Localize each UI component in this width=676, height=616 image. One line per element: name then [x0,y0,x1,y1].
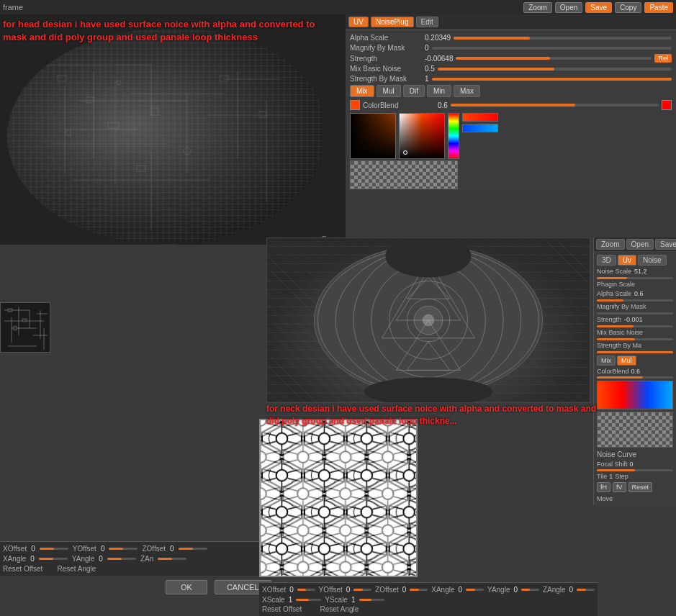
focal-shift-slider[interactable] [597,469,673,471]
tab-open-right[interactable]: Open [626,239,654,250]
offset-row: XOffset 0 YOffset 0 ZOffset 0 [3,545,263,553]
step-label: Step [615,473,628,480]
tab-save-right[interactable]: Save [655,239,676,250]
yangle-label-r: YAngle [487,586,510,594]
color-preview-1 [462,113,498,122]
max-btn[interactable]: Max [454,85,480,97]
noise-scale-slider[interactable] [597,277,673,279]
colorblend-value: 0.6 [438,101,448,109]
save-button[interactable]: Save [585,2,612,13]
strength-label: Strength [350,55,422,63]
noise-scale-value: 51.2 [634,268,647,275]
strength-by-mask-row-right: Strength By Ma [597,342,673,349]
zangle-label: ZAn [140,555,153,563]
magnify-slider[interactable] [432,47,672,50]
tile-row: Tile 1 Step [597,473,673,480]
alpha-scale-slider[interactable] [454,37,672,40]
tab-3d[interactable]: 3D [597,255,616,266]
yoffset-value: 0 [101,545,105,553]
angle-row: XAngle 0 YAngle 0 ZAn [3,555,263,563]
fh-button[interactable]: fH [597,482,610,492]
color-hue-strip[interactable] [448,113,459,159]
mix-btn[interactable]: Mix [350,85,374,97]
alpha-scale-label-right: Alpha Scale [597,290,631,297]
mix-basic-row-right: Mix Basic Noise [597,329,673,336]
svg-rect-86 [261,420,416,576]
top-bar: frame Zoom Open Save Copy Paste [0,0,676,14]
colorblend-slider[interactable] [451,104,659,107]
zoffset-slider[interactable] [179,548,207,550]
colorblend-value-right: 0.6 [631,368,641,375]
open-button[interactable]: Open [555,2,582,13]
magnify-value: 0 [425,44,429,52]
yangle-slider[interactable] [107,558,136,560]
dif-btn[interactable]: Dif [403,85,425,97]
reset-btn-right[interactable]: Reset [628,482,653,492]
tab-edit[interactable]: Edit [416,17,438,27]
fv-button[interactable]: fV [613,482,626,492]
strength-by-mask-slider[interactable] [432,78,672,81]
strength-row-right: Strength -0.001 [597,316,673,323]
xscale-slider[interactable] [296,599,321,601]
mix-buttons-right: Mix Mul [597,355,673,366]
bottom-reset-row: Reset Offset Reset Angle [262,605,595,613]
focal-shift-label: Focal Shift [597,461,628,468]
paste-button[interactable]: Paste [644,2,673,13]
xangle-label: XAngle [3,555,26,563]
magnify-slider-right[interactable] [597,312,673,314]
strength-value-right: -0.001 [624,316,643,323]
tab-noise-right[interactable]: Noise [638,255,667,266]
zoom-button[interactable]: Zoom [523,2,552,13]
viewport-neck [266,237,590,403]
mix-basic-value: 0.5 [425,65,435,73]
yoffset-slider-r[interactable] [353,589,371,591]
left-bottom-controls: XOffset 0 YOffset 0 ZOffset 0 XAngle 0 Y… [0,541,266,576]
color-strip-right[interactable] [597,381,673,409]
strength-value: -0.00648 [425,55,453,63]
yoffset-slider[interactable] [109,548,138,550]
zoffset-value: 0 [170,545,174,553]
xoffset-label-r: XOffset [262,586,286,594]
colorblend-label-right: ColorBlend [597,368,629,375]
tab-zoom-right[interactable]: Zoom [596,239,625,250]
xoffset-slider[interactable] [40,548,68,550]
xangle-slider-r[interactable] [466,589,484,591]
color-picker-dark[interactable] [350,113,396,159]
alpha-scale-slider-right[interactable] [597,299,673,302]
magnify-row-right: Magnify By Mask [597,303,673,310]
strength-slider-right[interactable] [597,325,673,327]
strength-slider[interactable] [456,57,652,60]
tab-noiseplug[interactable]: NoisePlug [371,17,414,27]
tab-uv[interactable]: UV [348,17,369,27]
alpha-scale-value: 0.20349 [425,34,451,42]
zangle-slider[interactable] [158,558,186,560]
mix-basic-slider[interactable] [438,68,672,71]
annotation-head: for head desian i have used surface noic… [3,18,341,44]
mul-btn[interactable]: Mul [377,85,401,97]
xoffset-slider-r[interactable] [297,589,315,591]
color-picker-bright[interactable] [399,113,445,159]
strength-by-mask-slider-right[interactable] [597,351,673,353]
svg-rect-13 [151,108,158,115]
copy-button[interactable]: Copy [615,2,641,13]
tab-uv-right[interactable]: Uv [618,255,636,266]
magnify-row: Magnify By Mask 0 [350,44,672,52]
zangle-slider-r[interactable] [577,589,595,591]
xangle-slider[interactable] [39,558,68,560]
mix-btn-right[interactable]: Mix [597,355,616,366]
mul-btn-right[interactable]: Mul [617,355,636,366]
zoffset-label-r: ZOffset [375,586,399,594]
yangle-slider-r[interactable] [521,589,539,591]
mix-basic-slider-right[interactable] [597,338,673,340]
yoffset-value-r: 0 [346,586,351,594]
xoffset-value-r: 0 [289,586,294,594]
colorblend-slider-right[interactable] [597,376,673,379]
strength-by-mask-label-right: Strength By Ma [597,342,641,349]
min-btn[interactable]: Min [427,85,451,97]
rel-button[interactable]: Rel [654,54,672,63]
zoffset-slider-r[interactable] [410,589,428,591]
reset-angle-label: Reset Angle [57,565,96,573]
bottom-controls-right: XOffset 0 YOffset 0 ZOffset 0 XAngle 0 Y… [259,582,598,616]
ok-button[interactable]: OK [166,580,207,594]
yscale-slider[interactable] [359,599,384,601]
